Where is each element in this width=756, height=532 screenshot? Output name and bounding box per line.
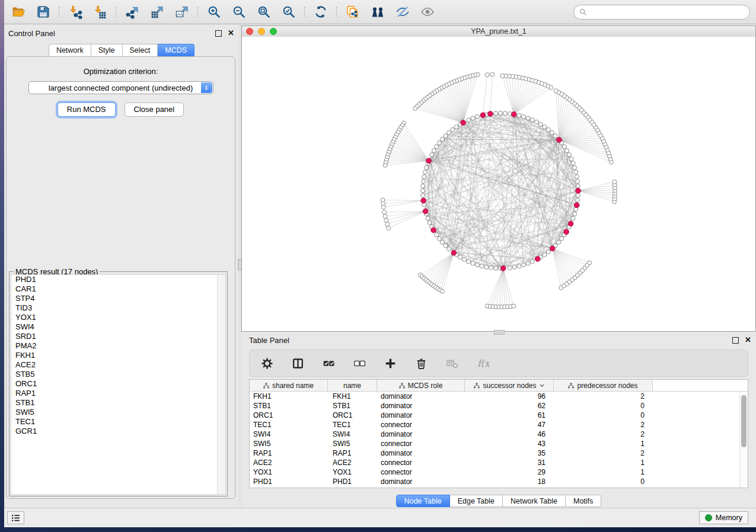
minimize-window-icon[interactable] <box>258 28 265 35</box>
column-header-MCDS-role[interactable]: MCDS role <box>377 380 465 391</box>
tab-style[interactable]: Style <box>91 44 123 57</box>
table-row[interactable]: STB1STB1dominator620 <box>250 401 748 411</box>
table-row[interactable]: PHD1PHD1dominator180 <box>250 477 748 486</box>
column-header-predecessor-nodes[interactable]: predecessor nodes <box>554 380 653 391</box>
result-list-scrollbar[interactable] <box>217 275 225 494</box>
cell-predecessor-nodes[interactable]: 1 <box>554 458 653 467</box>
cell-shared-name[interactable]: FKH1 <box>250 392 328 401</box>
zoom-in-icon[interactable] <box>206 4 222 20</box>
cell-MCDS-role[interactable]: connector <box>377 467 465 477</box>
save-icon[interactable] <box>35 4 51 20</box>
zoom-out-icon[interactable] <box>231 4 247 20</box>
table-row[interactable]: YOX1YOX1connector291 <box>250 467 748 477</box>
result-list-item[interactable]: STP4 <box>11 294 225 303</box>
show-panel-icon[interactable] <box>419 4 435 20</box>
cell-MCDS-role[interactable]: connector <box>377 439 465 448</box>
table-row[interactable]: ACE2ACE2connector311 <box>250 458 748 467</box>
refresh-icon[interactable] <box>312 4 328 20</box>
task-history-button[interactable] <box>7 511 24 524</box>
cell-successor-nodes[interactable]: 46 <box>465 430 554 439</box>
result-list-item[interactable]: SWI4 <box>11 322 225 332</box>
cell-MCDS-role[interactable]: dominator <box>377 411 465 420</box>
cell-successor-nodes[interactable]: 96 <box>465 392 554 401</box>
table-row[interactable]: SWI5SWI5connector431 <box>250 439 748 448</box>
cell-MCDS-role[interactable]: dominator <box>377 430 465 439</box>
cell-successor-nodes[interactable]: 29 <box>465 467 554 477</box>
cell-successor-nodes[interactable]: 18 <box>465 477 554 486</box>
close-panel-icon[interactable]: ✕ <box>228 30 234 36</box>
table-scrollbar-thumb[interactable] <box>741 395 747 447</box>
table-row[interactable]: ORC1ORC1dominator610 <box>250 411 748 420</box>
search-box[interactable] <box>573 5 750 20</box>
optimization-criterion-select[interactable]: largest connected component (undirected) <box>28 81 213 94</box>
cell-shared-name[interactable]: ORC1 <box>250 411 328 420</box>
search-input[interactable] <box>590 7 744 17</box>
maximize-window-icon[interactable] <box>270 28 277 35</box>
cell-name[interactable]: RAP1 <box>328 448 377 458</box>
zoom-selected-icon[interactable] <box>280 4 296 20</box>
table-row[interactable]: TEC1TEC1connector472 <box>250 420 748 430</box>
result-list-item[interactable]: PHD1 <box>11 275 225 284</box>
column-header-successor-nodes[interactable]: successor nodes <box>465 380 554 391</box>
result-list-item[interactable]: GCR1 <box>11 427 225 436</box>
result-list-item[interactable]: PMA2 <box>11 341 225 351</box>
cell-successor-nodes[interactable]: 61 <box>465 411 554 420</box>
result-list-item[interactable]: SRD1 <box>11 332 225 341</box>
columns-icon[interactable] <box>290 355 306 371</box>
result-list-item[interactable]: TEC1 <box>11 417 225 427</box>
column-header-shared-name[interactable]: shared name <box>250 380 328 391</box>
table-row[interactable]: RAP1RAP1dominator352 <box>250 448 748 458</box>
result-list-item[interactable]: TID3 <box>11 303 225 313</box>
close-window-icon[interactable] <box>246 28 253 35</box>
settings-icon[interactable] <box>259 355 275 371</box>
table-row[interactable]: FKH1FKH1dominator962 <box>250 392 748 401</box>
open-icon[interactable] <box>10 4 26 20</box>
delete-column-icon[interactable] <box>413 355 429 371</box>
cell-predecessor-nodes[interactable]: 2 <box>554 420 653 430</box>
mcds-result-list[interactable]: PHD1CAR1STP4TID3YOX1SWI4SRD1PMA2FKH1ACE2… <box>11 274 226 495</box>
cell-shared-name[interactable]: ACE2 <box>250 458 328 467</box>
search-network-icon[interactable] <box>369 4 385 20</box>
run-mcds-button[interactable]: Run MCDS <box>58 102 116 117</box>
cell-name[interactable]: ACE2 <box>328 458 377 467</box>
table-row[interactable]: SWI4SWI4dominator462 <box>250 430 748 439</box>
cell-predecessor-nodes[interactable]: 0 <box>554 411 653 420</box>
float-table-panel-icon[interactable] <box>732 337 739 344</box>
tab-network[interactable]: Network <box>49 44 91 57</box>
zoom-fit-icon[interactable] <box>256 4 272 20</box>
result-list-item[interactable]: CAR1 <box>11 284 225 294</box>
unselect-all-icon[interactable] <box>352 355 368 371</box>
tab-network-table[interactable]: Network Table <box>503 495 566 507</box>
cell-name[interactable]: PHD1 <box>328 477 377 486</box>
cell-successor-nodes[interactable]: 62 <box>465 401 554 411</box>
cell-shared-name[interactable]: RAP1 <box>250 448 328 458</box>
result-list-item[interactable]: SWI5 <box>11 408 225 417</box>
add-column-icon[interactable] <box>382 355 398 371</box>
select-all-icon[interactable] <box>321 355 337 371</box>
cell-predecessor-nodes[interactable]: 2 <box>554 448 653 458</box>
cell-shared-name[interactable]: SWI5 <box>250 439 328 448</box>
result-list-item[interactable]: FKH1 <box>11 351 225 360</box>
cell-shared-name[interactable]: STB1 <box>250 401 328 411</box>
float-panel-icon[interactable] <box>215 30 222 37</box>
close-table-panel-icon[interactable]: ✕ <box>745 337 751 343</box>
import-network-icon[interactable] <box>67 4 83 20</box>
cell-MCDS-role[interactable]: connector <box>377 458 465 467</box>
result-list-item[interactable]: ORC1 <box>11 379 225 389</box>
cell-name[interactable]: STB1 <box>328 401 377 411</box>
cell-MCDS-role[interactable]: dominator <box>377 401 465 411</box>
cell-shared-name[interactable]: PHD1 <box>250 477 328 486</box>
network-window-titlebar[interactable]: YPA_prune.txt_1 <box>242 26 755 37</box>
cell-MCDS-role[interactable]: dominator <box>377 477 465 486</box>
cell-shared-name[interactable]: SWI4 <box>250 430 328 439</box>
cell-shared-name[interactable]: YOX1 <box>250 467 328 477</box>
cell-predecessor-nodes[interactable]: 0 <box>554 401 653 411</box>
cell-name[interactable]: ORC1 <box>328 411 377 420</box>
cell-predecessor-nodes[interactable]: 1 <box>554 439 653 448</box>
cell-predecessor-nodes[interactable]: 2 <box>554 392 653 401</box>
cell-successor-nodes[interactable]: 31 <box>465 458 554 467</box>
cell-name[interactable]: YOX1 <box>328 467 377 477</box>
result-list-item[interactable]: STB5 <box>11 370 225 379</box>
cell-predecessor-nodes[interactable]: 1 <box>554 467 653 477</box>
cell-MCDS-role[interactable]: connector <box>377 420 465 430</box>
